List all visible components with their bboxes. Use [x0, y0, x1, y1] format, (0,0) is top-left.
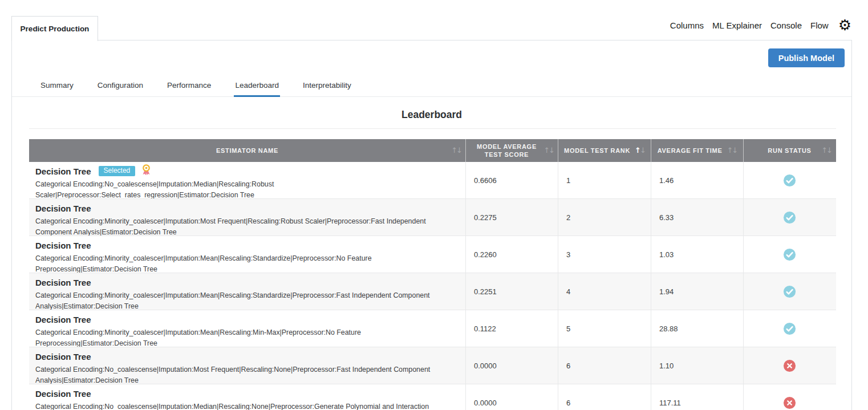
rank-cell: 2: [558, 199, 651, 236]
score-cell: 0.0000: [466, 384, 558, 410]
run-status-icon: [783, 211, 796, 224]
nav-flow[interactable]: Flow: [810, 21, 829, 30]
score-cell: 0.1122: [466, 310, 558, 347]
run-status-icon: [783, 285, 796, 298]
column-header-estimator-name[interactable]: ESTIMATOR NAME ↑↓: [29, 139, 466, 162]
column-header-run-status[interactable]: RUN STATUS ↑↓: [744, 139, 835, 162]
sort-icons[interactable]: ↑↓: [727, 147, 737, 155]
sort-icons[interactable]: ↑↓: [821, 147, 832, 155]
rank-cell: 5: [558, 310, 651, 347]
run-status-icon: [783, 359, 796, 372]
table-row[interactable]: Decision Tree Selected Categorical Encod…: [29, 162, 836, 199]
score-cell: 0.0000: [466, 347, 558, 384]
column-header-model-test-rank[interactable]: MODEL TEST RANK ↑↓: [558, 139, 651, 162]
score-cell: 0.2260: [466, 236, 558, 273]
score-cell: 0.6606: [466, 162, 558, 198]
failed-x-icon: [783, 359, 796, 372]
nav-console[interactable]: Console: [770, 21, 802, 30]
estimator-description: Categorical Encoding:Minority_coalescer|…: [35, 216, 453, 236]
estimator-description: Categorical Encoding:No_coalescense|Impu…: [35, 401, 453, 410]
fit-time-cell: 1.03: [651, 236, 744, 273]
nav-ml-explainer[interactable]: ML Explainer: [712, 21, 762, 30]
tab-summary[interactable]: Summary: [39, 76, 75, 97]
fit-time-cell: 28.88: [651, 310, 744, 347]
run-status-cell: [744, 199, 835, 236]
sort-icons[interactable]: ↑↓: [543, 147, 554, 155]
tab-leaderboard[interactable]: Leaderboard: [234, 76, 280, 97]
run-status-cell: [744, 384, 835, 410]
table-row[interactable]: Decision Tree Categorical Encoding:Minor…: [29, 273, 836, 310]
estimator-description: Categorical Encoding:Minority_coalescer|…: [35, 327, 453, 347]
estimator-cell: Decision Tree Categorical Encoding:Minor…: [29, 199, 466, 236]
estimator-description: Categorical Encoding:No_coalescense|Impu…: [35, 364, 453, 384]
estimator-description: Categorical Encoding:No_coalescense|Impu…: [35, 179, 453, 198]
success-check-icon: [783, 248, 796, 261]
tab-bar: Summary Configuration Performance Leader…: [12, 76, 851, 97]
table-row[interactable]: Decision Tree Categorical Encoding:Minor…: [29, 236, 836, 273]
estimator-description: Categorical Encoding:Minority_coalescer|…: [35, 253, 453, 273]
column-header-average-fit-time[interactable]: AVERAGE FIT TIME ↑↓: [651, 139, 744, 162]
estimator-name: Decision Tree: [35, 204, 91, 213]
tab-configuration[interactable]: Configuration: [96, 76, 144, 97]
failed-x-icon: [783, 396, 796, 409]
success-check-icon: [783, 322, 796, 335]
table-header: ESTIMATOR NAME ↑↓ MODEL AVERAGE TEST SCO…: [29, 139, 836, 162]
estimator-name: Decision Tree: [35, 315, 91, 324]
run-status-cell: [744, 347, 835, 384]
title-divider: [29, 128, 836, 129]
estimator-cell: Decision Tree Categorical Encoding:Minor…: [29, 236, 466, 273]
column-label: AVERAGE FIT TIME: [658, 147, 723, 155]
sort-icons[interactable]: ↑↓: [451, 147, 461, 155]
rank-cell: 1: [558, 162, 651, 198]
column-label: ESTIMATOR NAME: [216, 147, 278, 155]
estimator-cell: Decision Tree Categorical Encoding:No_co…: [29, 347, 466, 384]
predict-production-tab-label: Predict Production: [21, 25, 90, 33]
top-navigation: Columns ML Explainer Console Flow ⚙: [670, 19, 851, 31]
fit-time-cell: 6.33: [651, 199, 744, 236]
medal-icon: [141, 164, 151, 178]
rank-cell: 3: [558, 236, 651, 273]
fit-time-cell: 1.10: [651, 347, 744, 384]
main-panel: Publish Model Summary Configuration Perf…: [11, 40, 852, 410]
estimator-description: Categorical Encoding:Minority_coalescer|…: [35, 290, 453, 310]
tab-performance[interactable]: Performance: [166, 76, 212, 97]
fit-time-cell: 1.46: [651, 162, 744, 198]
estimator-cell: Decision Tree Selected Categorical Encod…: [29, 162, 466, 198]
estimator-cell: Decision Tree Categorical Encoding:No_co…: [29, 384, 466, 410]
sort-icons-active[interactable]: ↑↓: [635, 147, 645, 155]
run-status-cell: [744, 162, 835, 198]
score-cell: 0.2275: [466, 199, 558, 236]
estimator-name: Decision Tree: [35, 389, 91, 399]
run-status-icon: [783, 322, 796, 335]
estimator-cell: Decision Tree Categorical Encoding:Minor…: [29, 310, 466, 347]
success-check-icon: [783, 285, 796, 298]
run-status-icon: [783, 174, 796, 187]
predict-production-tab[interactable]: Predict Production: [11, 16, 98, 41]
fit-time-cell: 117.11: [651, 384, 744, 410]
table-row[interactable]: Decision Tree Categorical Encoding:Minor…: [29, 199, 836, 236]
table-row[interactable]: Decision Tree Categorical Encoding:No_co…: [29, 347, 836, 384]
tab-interpretability[interactable]: Interpretability: [302, 76, 352, 97]
estimator-name: Decision Tree: [35, 241, 91, 250]
run-status-icon: [783, 396, 796, 409]
column-label: RUN STATUS: [768, 147, 811, 155]
estimator-name: Decision Tree: [35, 352, 91, 362]
page-title: Leaderboard: [12, 109, 851, 121]
nav-columns[interactable]: Columns: [670, 21, 704, 30]
fit-time-cell: 1.94: [651, 273, 744, 310]
leaderboard-table: ESTIMATOR NAME ↑↓ MODEL AVERAGE TEST SCO…: [29, 139, 836, 410]
table-row[interactable]: Decision Tree Categorical Encoding:No_co…: [29, 384, 836, 410]
score-cell: 0.2251: [466, 273, 558, 310]
run-status-icon: [783, 248, 796, 261]
rank-cell: 6: [558, 347, 651, 384]
success-check-icon: [783, 174, 796, 187]
publish-model-button[interactable]: Publish Model: [768, 48, 845, 67]
selected-badge: Selected: [99, 166, 136, 176]
success-check-icon: [783, 211, 796, 224]
column-label: MODEL TEST RANK: [564, 147, 630, 155]
table-row[interactable]: Decision Tree Categorical Encoding:Minor…: [29, 310, 836, 347]
run-status-cell: [744, 236, 835, 273]
rank-cell: 6: [558, 384, 651, 410]
column-header-model-average-test-score[interactable]: MODEL AVERAGE TEST SCORE ↑↓: [466, 139, 558, 162]
gear-icon[interactable]: ⚙: [838, 19, 851, 31]
